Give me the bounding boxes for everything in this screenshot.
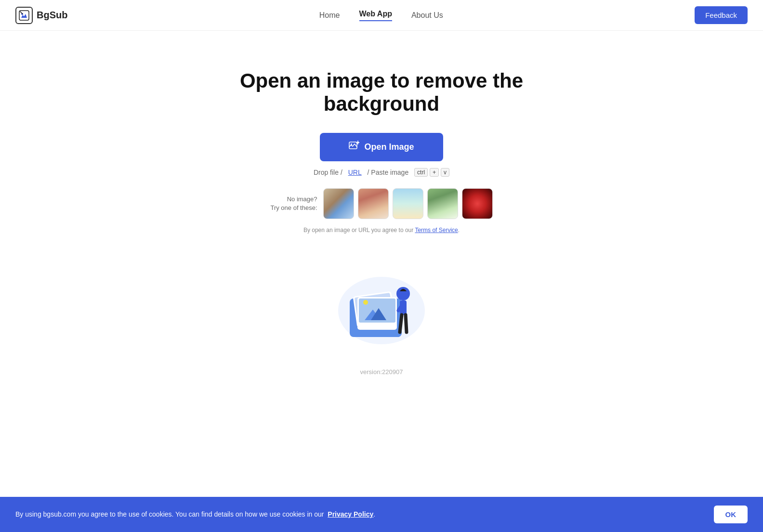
svg-point-3 — [351, 143, 352, 145]
main-content: Open an image to remove the background O… — [0, 31, 763, 395]
sample-label: No image? Try one of these: — [270, 195, 317, 212]
open-image-icon — [349, 141, 359, 154]
svg-line-21 — [406, 315, 407, 332]
nav-aboutus[interactable]: About Us — [411, 11, 443, 20]
drop-hint-middle: / Paste image — [368, 169, 409, 176]
tos-period: . — [458, 227, 460, 234]
version-text: version:220907 — [360, 368, 403, 376]
open-image-button[interactable]: Open Image — [320, 133, 443, 161]
no-image-line2: Try one of these: — [270, 204, 317, 211]
open-image-label: Open Image — [364, 142, 414, 152]
cookie-banner: By using bgsub.com you agree to the use … — [0, 497, 763, 532]
kbd-plus: + — [430, 168, 439, 177]
cookie-text: By using bgsub.com you agree to the use … — [15, 509, 704, 519]
nav-home[interactable]: Home — [319, 11, 340, 20]
nav-webapp[interactable]: Web App — [359, 10, 392, 21]
logo-text: BgSub — [37, 10, 67, 21]
cookie-ok-button[interactable]: OK — [714, 506, 748, 523]
nav-links: Home Web App About Us — [319, 10, 443, 21]
sample-thumb-3[interactable] — [393, 188, 423, 219]
sample-section: No image? Try one of these: — [270, 188, 492, 219]
sample-thumb-1[interactable] — [323, 188, 354, 219]
svg-point-16 — [363, 300, 368, 305]
tos-text: By open an image or URL you agree to our… — [303, 227, 460, 234]
logo-link[interactable]: BgSub — [15, 7, 67, 24]
illustration — [329, 253, 434, 349]
sample-thumb-4[interactable] — [427, 188, 458, 219]
navbar: BgSub Home Web App About Us Feedback — [0, 0, 763, 31]
logo-icon — [15, 7, 33, 24]
url-link[interactable]: URL — [348, 169, 362, 176]
sample-images — [323, 188, 493, 219]
tos-prefix: By open an image or URL you agree to our — [303, 227, 413, 234]
tos-link[interactable]: Terms of Service — [415, 227, 458, 234]
sample-thumb-2[interactable] — [358, 188, 389, 219]
no-image-line1: No image? — [287, 195, 317, 203]
sample-thumb-5[interactable] — [462, 188, 493, 219]
privacy-policy-link[interactable]: Privacy Policy — [328, 510, 373, 518]
kbd-ctrl: ctrl — [414, 168, 428, 177]
kbd-v: v — [441, 168, 449, 177]
hero-title: Open an image to remove the background — [189, 69, 574, 116]
drop-hint: Drop file / URL / Paste image ctrl + v — [314, 168, 449, 177]
feedback-button[interactable]: Feedback — [695, 6, 748, 24]
svg-line-20 — [400, 315, 402, 332]
drop-hint-prefix: Drop file / — [314, 169, 342, 176]
